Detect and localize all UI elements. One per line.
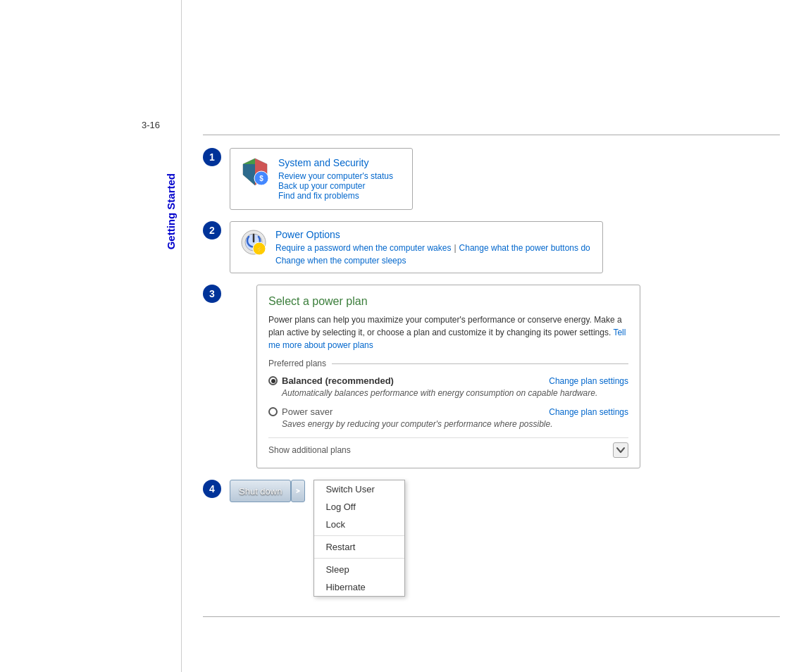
step3-circle: 3 <box>203 285 221 303</box>
svg-text:$: $ <box>259 175 263 182</box>
menu-item-restart[interactable]: Restart <box>314 538 404 556</box>
arrow-icon <box>294 487 302 494</box>
power-saver-name: Power saver <box>268 406 333 417</box>
power-options-box: ⚡ Power Options Require a password when … <box>230 221 603 273</box>
content-area: 1 $ System and Security Review your comp… <box>203 148 780 597</box>
balanced-radio[interactable] <box>268 376 278 385</box>
menu-divider-1 <box>314 535 404 536</box>
show-additional-row: Show additional plans <box>268 437 628 458</box>
balanced-plan-item: Balanced (recommended) Change plan setti… <box>268 375 628 398</box>
svg-marker-3 <box>243 164 255 185</box>
shutdown-button-group: Shut down <box>230 480 305 502</box>
balanced-plan-desc: Automatically balances performance with … <box>282 388 628 398</box>
power-second-row: Change when the computer sleeps <box>275 255 590 266</box>
menu-item-log-off[interactable]: Log Off <box>314 498 404 516</box>
svg-text:⚡: ⚡ <box>256 245 264 254</box>
balanced-plan-label: Balanced (recommended) <box>282 375 394 386</box>
top-rule <box>203 135 780 135</box>
shutdown-arrow-button[interactable] <box>291 480 305 502</box>
require-password-link[interactable]: Require a password when the computer wak… <box>275 243 451 253</box>
menu-item-sleep[interactable]: Sleep <box>314 561 404 578</box>
step4-circle: 4 <box>203 480 221 498</box>
power-saver-label: Power saver <box>282 406 333 417</box>
review-status-link[interactable]: Review your computer's status <box>278 171 393 181</box>
step2-circle: 2 <box>203 221 221 239</box>
menu-item-hibernate[interactable]: Hibernate <box>314 578 404 596</box>
bottom-rule <box>203 616 780 617</box>
power-saver-radio[interactable] <box>268 407 278 416</box>
separator: | <box>454 243 456 253</box>
main-content: 1 $ System and Security Review your comp… <box>182 0 801 672</box>
shutdown-context-menu: Switch User Log Off Lock Restart Sleep H… <box>313 480 405 597</box>
menu-item-switch-user[interactable]: Switch User <box>314 480 404 498</box>
page-number: 3-16 <box>142 120 160 130</box>
balanced-plan-name: Balanced (recommended) <box>268 375 394 386</box>
power-plan-box: Select a power plan Power plans can help… <box>256 285 640 468</box>
change-power-buttons-link[interactable]: Change what the power buttons do <box>459 243 590 253</box>
power-links-row: Require a password when the computer wak… <box>275 243 590 253</box>
power-options-info: Power Options Require a password when th… <box>275 229 590 266</box>
system-security-links: Review your computer's status Back up yo… <box>278 171 393 201</box>
step3-row: 3 Select a power plan Power plans can he… <box>203 285 780 468</box>
system-security-icon: $ <box>240 157 270 187</box>
power-saver-row: Power saver Change plan settings <box>268 406 628 417</box>
sidebar: 3-16 Getting Started <box>0 0 182 672</box>
shutdown-area: Shut down Switch User Log Off Lock Resta… <box>230 480 405 597</box>
power-saver-change-link[interactable]: Change plan settings <box>549 407 628 417</box>
power-plan-desc: Power plans can help you maximize your c… <box>268 313 628 351</box>
step2-row: 2 ⚡ Power Options Require a password whe… <box>203 221 780 273</box>
menu-divider-2 <box>314 558 404 559</box>
power-options-title: Power Options <box>275 229 590 240</box>
backup-link[interactable]: Back up your computer <box>278 181 393 191</box>
system-security-info: System and Security Review your computer… <box>278 157 393 201</box>
power-saver-item: Power saver Change plan settings Saves e… <box>268 406 628 429</box>
power-plan-desc-text: Power plans can help you maximize your c… <box>268 315 622 337</box>
show-additional-chevron[interactable] <box>613 442 628 458</box>
system-security-box: $ System and Security Review your comput… <box>230 148 413 210</box>
vertical-text-container: Getting Started <box>160 141 181 282</box>
change-sleep-link[interactable]: Change when the computer sleeps <box>275 256 406 266</box>
step4-row: 4 Shut down Switch User Log Off Lock <box>203 480 780 597</box>
step1-row: 1 $ System and Security Review your comp… <box>203 148 780 210</box>
balanced-plan-row: Balanced (recommended) Change plan setti… <box>268 375 628 386</box>
system-security-title: System and Security <box>278 157 393 168</box>
power-options-icon: ⚡ <box>240 229 267 256</box>
menu-item-lock[interactable]: Lock <box>314 516 404 533</box>
step1-circle: 1 <box>203 148 221 166</box>
chevron-down-icon <box>616 447 625 453</box>
preferred-plans-label: Preferred plans <box>268 359 628 368</box>
balanced-change-link[interactable]: Change plan settings <box>549 376 628 386</box>
show-additional-label: Show additional plans <box>268 445 351 455</box>
power-plan-title: Select a power plan <box>268 295 628 308</box>
shutdown-button[interactable]: Shut down <box>230 480 291 502</box>
fix-problems-link[interactable]: Find and fix problems <box>278 191 393 201</box>
vertical-label: Getting Started <box>165 173 177 249</box>
power-saver-desc: Saves energy by reducing your computer's… <box>282 419 628 429</box>
